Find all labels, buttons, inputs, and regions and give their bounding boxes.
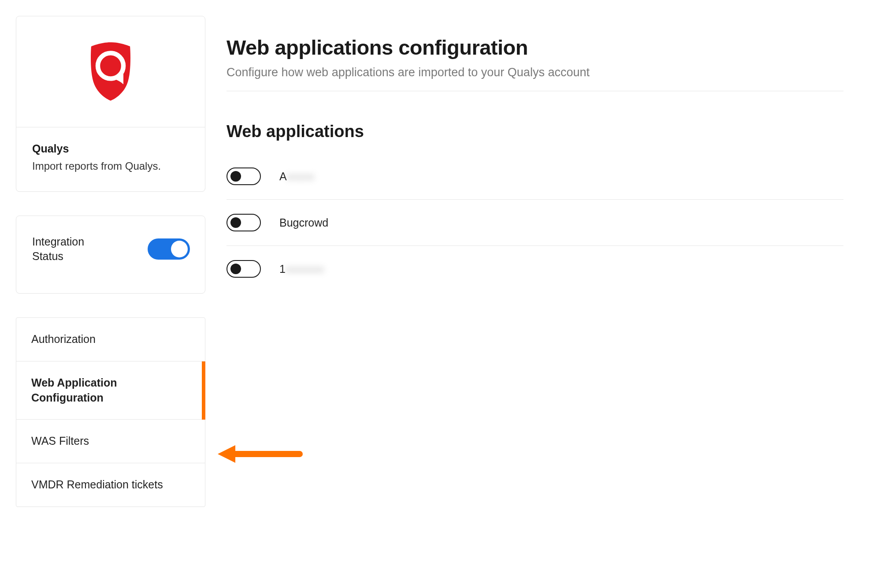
- web-app-name-obscured: xxxxxxx: [286, 263, 324, 275]
- toggle-dot: [230, 264, 241, 274]
- page-root: Qualys Import reports from Qualys. Integ…: [0, 0, 869, 507]
- integration-status-label: Integration Status: [32, 234, 111, 264]
- main-content: Web applications configuration Configure…: [227, 16, 843, 306]
- nav-item-label: Authorization: [31, 333, 96, 345]
- qualys-logo-wrap: [16, 16, 205, 127]
- web-app-list: Axxxxx Bugcrowd 1xxxxxxx: [227, 167, 843, 292]
- svg-marker-2: [218, 445, 235, 463]
- web-app-toggle[interactable]: [227, 167, 261, 185]
- web-app-name-obscured: xxxxx: [287, 170, 315, 182]
- nav-item-label: Web Application Configuration: [31, 376, 117, 404]
- qualys-shield-icon: [85, 40, 136, 104]
- nav-item-web-app-config[interactable]: Web Application Configuration: [16, 361, 205, 420]
- web-app-name: Bugcrowd: [279, 216, 328, 229]
- web-app-name: 1xxxxxxx: [279, 263, 324, 275]
- integration-description: Import reports from Qualys.: [32, 159, 189, 174]
- annotation-arrow-icon: [216, 441, 304, 469]
- toggle-dot: [230, 171, 241, 182]
- page-subtitle: Configure how web applications are impor…: [227, 66, 843, 91]
- section-heading: Web applications: [227, 122, 843, 141]
- web-app-name-visible: A: [279, 170, 287, 182]
- web-app-name-visible: Bugcrowd: [279, 216, 328, 229]
- integration-title: Qualys: [32, 142, 189, 155]
- nav-item-was-filters[interactable]: WAS Filters: [16, 420, 205, 463]
- sidebar: Qualys Import reports from Qualys. Integ…: [16, 16, 205, 507]
- web-app-row: Axxxxx: [227, 167, 843, 200]
- toggle-dot: [230, 217, 241, 228]
- nav-item-label: VMDR Remediation tickets: [31, 478, 163, 491]
- web-app-toggle[interactable]: [227, 214, 261, 231]
- nav-item-vmdr-tickets[interactable]: VMDR Remediation tickets: [16, 463, 205, 506]
- web-app-name: Axxxxx: [279, 170, 314, 183]
- integration-status-card: Integration Status: [16, 216, 205, 294]
- nav-item-authorization[interactable]: Authorization: [16, 318, 205, 361]
- page-title: Web applications configuration: [227, 35, 843, 60]
- web-app-name-visible: 1: [279, 263, 286, 275]
- web-app-row: 1xxxxxxx: [227, 260, 843, 292]
- web-app-row: Bugcrowd: [227, 214, 843, 246]
- web-app-toggle[interactable]: [227, 260, 261, 278]
- settings-nav: Authorization Web Application Configurat…: [16, 317, 205, 507]
- integration-status-toggle[interactable]: [148, 238, 190, 260]
- nav-item-label: WAS Filters: [31, 435, 89, 447]
- integration-info: Qualys Import reports from Qualys.: [16, 127, 205, 191]
- integration-summary-card: Qualys Import reports from Qualys.: [16, 16, 205, 192]
- toggle-knob: [171, 241, 188, 257]
